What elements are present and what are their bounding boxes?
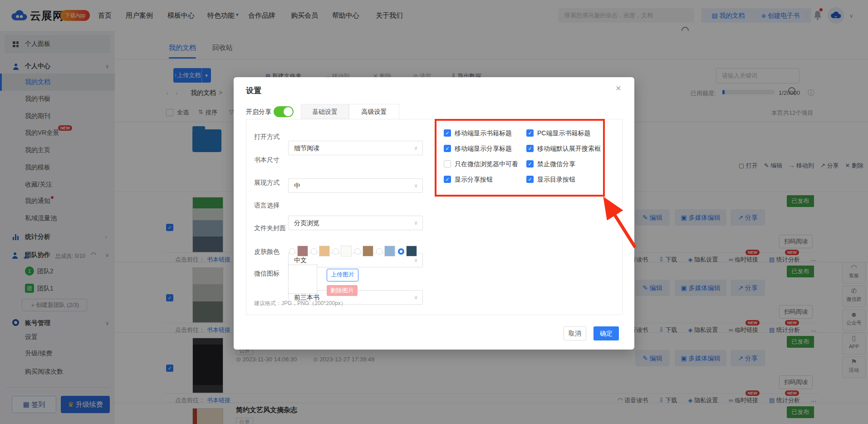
- skin-color-label: 皮肤颜色: [254, 248, 280, 256]
- skin-swatch[interactable]: [406, 246, 417, 256]
- upload-image-button[interactable]: 上传图片: [327, 269, 358, 281]
- skin-radio-selected[interactable]: [398, 248, 404, 255]
- field-label: 展现方式: [254, 179, 280, 187]
- chevron-down-icon: ∨: [414, 216, 418, 230]
- tab-advanced-settings[interactable]: 高级设置: [349, 104, 399, 119]
- chevron-down-icon: ∨: [414, 141, 418, 155]
- modal-title: 设置: [246, 85, 261, 96]
- skin-swatch[interactable]: [319, 246, 330, 256]
- share-toggle-label: 开启分享: [246, 108, 271, 116]
- tab-basic-settings[interactable]: 基础设置: [301, 104, 349, 119]
- field-label: 语言选择: [254, 202, 280, 210]
- wechat-icon-label: 微信图标: [254, 270, 280, 278]
- field-label: 文件夹封面: [254, 224, 286, 232]
- settings-modal: 设置 × 开启分享 基础设置 高级设置 打开方式 细节阅读∨ 书本尺寸 中∨ 展…: [234, 77, 634, 350]
- chevron-down-icon: ∨: [414, 179, 418, 192]
- confirm-button[interactable]: 确定: [593, 326, 619, 340]
- close-icon[interactable]: ×: [616, 84, 621, 93]
- skin-swatch[interactable]: [297, 246, 308, 256]
- open-mode-select[interactable]: 细节阅读∨: [288, 141, 423, 155]
- skin-swatch[interactable]: [384, 246, 395, 256]
- field-label: 书本尺寸: [254, 156, 280, 164]
- chevron-down-icon: ∨: [414, 291, 418, 304]
- share-toggle[interactable]: [274, 106, 294, 117]
- annotation-highlight-box: [435, 119, 605, 197]
- skin-radio[interactable]: [376, 248, 383, 255]
- annotation-arrow: [592, 191, 647, 254]
- wechat-icon-dropzone[interactable]: [288, 265, 317, 294]
- skin-swatch[interactable]: [341, 246, 352, 256]
- skin-swatch[interactable]: [363, 246, 373, 256]
- display-mode-select[interactable]: 分页浏览∨: [288, 216, 423, 230]
- skin-radio[interactable]: [289, 248, 295, 255]
- format-hint: 建议格式：JPG，PNG（200*200px）: [254, 300, 346, 307]
- field-label: 打开方式: [254, 133, 280, 141]
- delete-image-button[interactable]: 删除图片: [327, 285, 358, 296]
- book-size-select[interactable]: 中∨: [288, 178, 423, 193]
- skin-radio[interactable]: [354, 248, 361, 255]
- cancel-button[interactable]: 取消: [564, 326, 586, 340]
- skin-radio[interactable]: [311, 248, 317, 255]
- skin-radio[interactable]: [333, 248, 339, 255]
